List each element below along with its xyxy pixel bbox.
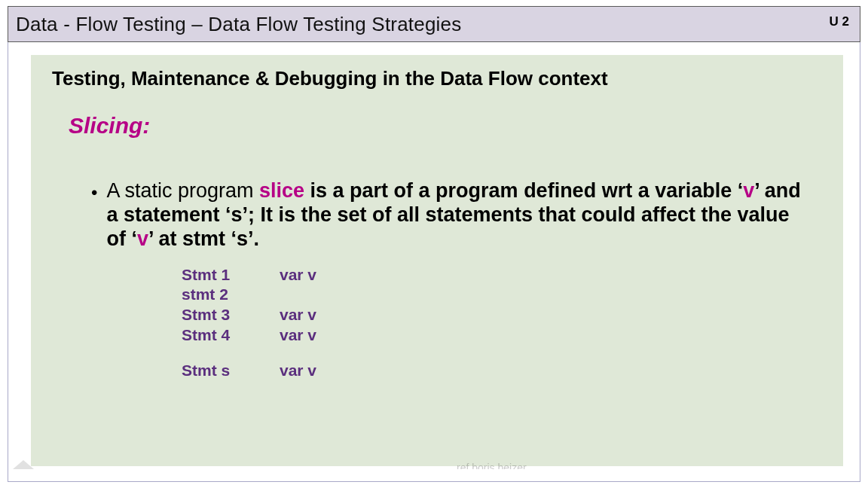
stmt-cell: Stmt 3 bbox=[182, 305, 280, 325]
emph-slice: slice bbox=[259, 179, 304, 202]
stmt-cell: Stmt 4 bbox=[182, 325, 280, 346]
stmt-cell: stmt 2 bbox=[182, 285, 280, 305]
bullet-mid1: is a part of a program defined wrt a var… bbox=[304, 179, 743, 202]
slicing-label: Slicing: bbox=[69, 113, 828, 139]
bullet-mid3: ’ at stmt ‘s’. bbox=[148, 227, 259, 250]
bullet-pre: A static program bbox=[106, 179, 259, 202]
emph-v-2: v bbox=[137, 227, 148, 250]
stmt-cell: Stmt 1 bbox=[182, 265, 280, 285]
content-box: Testing, Maintenance & Debugging in the … bbox=[31, 55, 843, 466]
var-cell: var v bbox=[280, 265, 316, 285]
var-cell: var v bbox=[280, 361, 316, 381]
var-cell: var v bbox=[280, 305, 316, 325]
bullet-item: • A static program slice is a part of a … bbox=[91, 179, 805, 252]
table-row: stmt 2 bbox=[182, 285, 828, 305]
table-gap bbox=[182, 346, 828, 361]
footer-text: ref boris beizer bbox=[457, 462, 527, 469]
table-row: Stmt 3 var v bbox=[182, 305, 828, 325]
header-bar: Data - Flow Testing – Data Flow Testing … bbox=[8, 6, 860, 42]
subtitle: Testing, Maintenance & Debugging in the … bbox=[52, 67, 828, 90]
table-row: Stmt 1 var v bbox=[182, 265, 828, 285]
unit-tag: U 2 bbox=[830, 14, 849, 29]
slide-container: Data - Flow Testing – Data Flow Testing … bbox=[8, 6, 860, 482]
header-title: Data - Flow Testing – Data Flow Testing … bbox=[16, 13, 461, 36]
stmt-table: Stmt 1 var v stmt 2 Stmt 3 var v Stmt 4 … bbox=[182, 265, 828, 381]
bullet-dot-icon: • bbox=[91, 182, 97, 203]
var-cell: var v bbox=[280, 325, 316, 346]
bullet-block: • A static program slice is a part of a … bbox=[91, 179, 805, 252]
table-row: Stmt 4 var v bbox=[182, 325, 828, 346]
bullet-text: A static program slice is a part of a pr… bbox=[106, 179, 805, 252]
stmt-cell: Stmt s bbox=[182, 361, 280, 381]
emph-v-1: v bbox=[743, 179, 754, 202]
triangle-icon bbox=[13, 460, 34, 469]
table-row: Stmt s var v bbox=[182, 361, 828, 381]
